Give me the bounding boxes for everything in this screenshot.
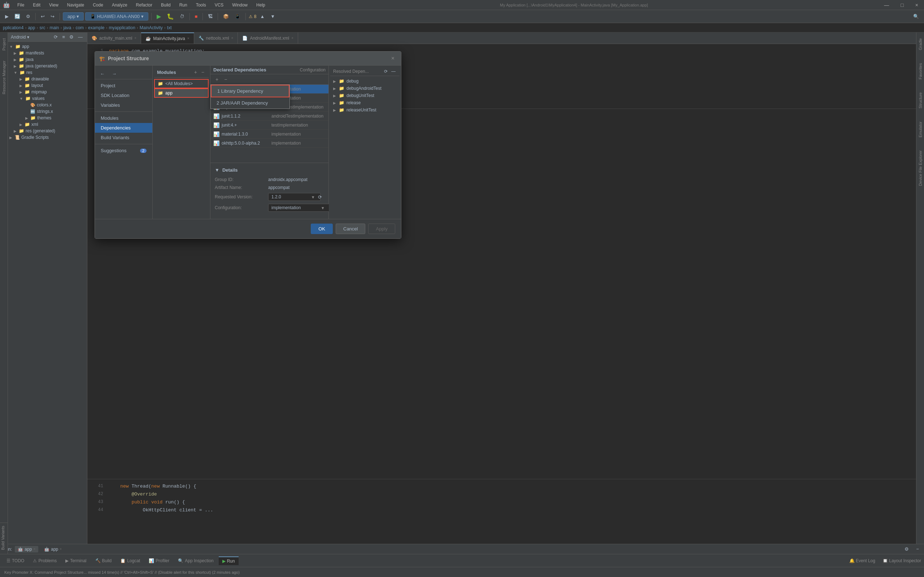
breadcrumb-txt[interactable]: txt xyxy=(167,25,172,30)
dialog-nav-build-variants[interactable]: Build Variants xyxy=(95,133,152,142)
dep-row-okhttp[interactable]: 📊 okhttp:5.0.0-alpha.2 implementation xyxy=(210,139,328,148)
dep-row-junit112[interactable]: 📊 junit:1.1.2 androidTestImplementation xyxy=(210,112,328,121)
layout-inspector-link[interactable]: 🔲 Layout Inspector xyxy=(882,558,921,563)
breadcrumb-mainactivity[interactable]: MainActivity xyxy=(140,25,163,30)
project-hide-btn[interactable]: — xyxy=(76,34,84,40)
menu-view[interactable]: View xyxy=(48,2,60,8)
menu-file[interactable]: File xyxy=(16,2,26,8)
build-variants-label[interactable]: Build Variants xyxy=(0,523,6,553)
dialog-cancel-button[interactable]: Cancel xyxy=(336,224,365,234)
bottom-tab-build[interactable]: 🔨 Build xyxy=(92,557,115,565)
close-button[interactable]: × xyxy=(913,2,921,9)
tab-mainactivity[interactable]: ☕ MainActivity.java × xyxy=(141,32,194,44)
run-button[interactable]: ▶ xyxy=(155,12,163,21)
resolved-item-debug[interactable]: ▶ 📁 debug xyxy=(330,77,399,85)
tab-manifest[interactable]: 📄 AndroidManifest.xml × xyxy=(238,32,298,44)
dep-row-material[interactable]: 📊 material:1.3.0 implementation xyxy=(210,130,328,139)
modules-remove-btn[interactable]: − xyxy=(200,69,206,76)
deps-remove-btn[interactable]: − xyxy=(222,76,229,83)
debug-button[interactable]: 🐛 xyxy=(165,12,176,21)
event-log-link[interactable]: 🔔 Event Log xyxy=(849,558,875,563)
toolbar-run-config-btn[interactable]: app ▾ xyxy=(63,12,84,21)
project-collapse-btn[interactable]: ≡ xyxy=(61,34,66,40)
tree-item-strings[interactable]: 🔤 strings.x xyxy=(8,108,87,115)
resolved-item-debug-unit-test[interactable]: ▶ 📁 debugUnitTest xyxy=(330,92,399,99)
bottom-tab-todo[interactable]: ☰ TODO xyxy=(3,557,28,565)
toolbar-build-btn[interactable]: ▶ xyxy=(3,13,11,20)
breadcrumb-src[interactable]: src xyxy=(39,25,45,30)
sidebar-device-explorer-label[interactable]: Device File Explorer xyxy=(918,148,923,189)
details-toggle[interactable]: ▼ Details xyxy=(215,167,324,173)
menu-navigate[interactable]: Navigate xyxy=(66,2,86,8)
sidebar-emulator-label[interactable]: Emulator xyxy=(918,119,923,140)
menu-code[interactable]: Code xyxy=(91,2,105,8)
tab-nettools-close[interactable]: × xyxy=(231,36,234,40)
menu-help[interactable]: Help xyxy=(255,2,267,8)
tree-item-app[interactable]: ▼ 📁 app xyxy=(8,43,87,50)
tab-activity-main-close[interactable]: × xyxy=(134,36,136,40)
dialog-nav-back[interactable]: ← xyxy=(98,70,107,77)
bottom-tab-profiler[interactable]: 📊 Profiler xyxy=(145,557,173,565)
tree-item-gradle-scripts[interactable]: ▶ 📜 Gradle Scripts xyxy=(8,134,87,141)
menu-edit[interactable]: Edit xyxy=(31,2,42,8)
tree-item-mipmap[interactable]: ▶ 📁 mipmap xyxy=(8,89,87,95)
dialog-nav-forward[interactable]: → xyxy=(110,70,119,77)
resolved-item-debug-android-test[interactable]: ▶ 📁 debugAndroidTest xyxy=(330,85,399,92)
run-app2-close[interactable]: × xyxy=(60,547,62,551)
toolbar-device-btn[interactable]: 📱 HUAWEI ANA-AN00 ▾ xyxy=(85,12,148,21)
sidebar-favorites-label[interactable]: Favorites xyxy=(918,60,923,82)
breadcrumb-example[interactable]: example xyxy=(88,25,104,30)
modules-add-btn[interactable]: + xyxy=(193,69,199,76)
run-app-tab-2[interactable]: 🤖 app × xyxy=(41,546,65,553)
menu-vcs[interactable]: VCS xyxy=(213,2,225,8)
tree-item-manifests[interactable]: ▶ 📁 manifests xyxy=(8,50,87,56)
detail-config-select[interactable]: implementation api testImplementation an… xyxy=(268,204,330,212)
add-jar-dep-option[interactable]: 2 JAR/AAR Dependency xyxy=(211,97,289,108)
sidebar-project-label[interactable]: Project xyxy=(1,35,7,53)
menu-build[interactable]: Build xyxy=(160,2,172,8)
dialog-ok-button[interactable]: OK xyxy=(311,224,333,234)
toolbar-settings-btn[interactable]: ⚙ xyxy=(24,13,32,20)
tab-mainactivity-close[interactable]: × xyxy=(187,36,189,40)
run-app1-close[interactable]: × xyxy=(33,547,36,551)
breadcrumb-app[interactable]: app xyxy=(28,25,35,30)
warning-nav-up[interactable]: ▲ xyxy=(258,13,267,20)
breadcrumb-myapplication[interactable]: myapplication xyxy=(109,25,135,30)
tree-item-themes[interactable]: ▶ 📁 themes xyxy=(8,115,87,121)
deps-add-btn[interactable]: + xyxy=(213,76,221,83)
tree-item-res-generated[interactable]: ▶ 📁 res (generated) xyxy=(8,128,87,134)
dialog-nav-dependencies[interactable]: Dependencies xyxy=(95,123,152,133)
tab-manifest-close[interactable]: × xyxy=(291,36,294,40)
toolbar-undo-btn[interactable]: ↩ xyxy=(39,13,47,20)
tree-item-colors[interactable]: 🎨 colors.x xyxy=(8,102,87,108)
tree-item-values[interactable]: ▼ 📁 values xyxy=(8,95,87,102)
bottom-tab-app-inspection[interactable]: 🔍 App Inspection xyxy=(174,557,217,565)
warning-nav-down[interactable]: ▼ xyxy=(268,13,277,20)
project-structure-button[interactable]: 🏗 xyxy=(206,13,215,20)
sidebar-resource-manager-label[interactable]: Resource Manager xyxy=(1,58,7,97)
profile-button[interactable]: ⏱ xyxy=(178,13,187,20)
dialog-nav-variables[interactable]: Variables xyxy=(95,100,152,110)
module-all-modules[interactable]: 📁 <All Modules> xyxy=(154,79,208,89)
toolbar-sync-btn[interactable]: 🔄 xyxy=(12,13,23,20)
dialog-nav-sdk[interactable]: SDK Location xyxy=(95,90,152,100)
stop-button[interactable]: ■ xyxy=(193,13,200,20)
tree-item-java[interactable]: ▶ 📁 java xyxy=(8,56,87,63)
run-bar-settings-btn[interactable]: ⚙ xyxy=(902,545,911,553)
resolved-deps-minimize-btn[interactable]: — xyxy=(390,69,397,74)
tree-item-res[interactable]: ▼ 📁 res xyxy=(8,69,87,76)
menu-window[interactable]: Window xyxy=(231,2,249,8)
bottom-tab-terminal[interactable]: ▶ Terminal xyxy=(62,557,90,565)
menu-analyze[interactable]: Analyze xyxy=(110,2,129,8)
tree-item-xml[interactable]: ▶ 📁 xml xyxy=(8,121,87,128)
dep-row-junit4[interactable]: 📊 junit:4.+ testImplementation xyxy=(210,121,328,130)
menu-refactor[interactable]: Refactor xyxy=(135,2,154,8)
detail-version-select[interactable]: 1.2.0 1.3.0 1.4.0 xyxy=(268,193,320,201)
resolved-item-release-unit-test[interactable]: ▶ 📁 releaseUnitTest xyxy=(330,106,399,114)
tab-nettools[interactable]: 🔧 nettools.xml × xyxy=(194,32,238,44)
sidebar-structure-label[interactable]: Structure xyxy=(918,89,923,111)
sdk-manager-button[interactable]: 📦 xyxy=(221,13,231,20)
tab-activity-main[interactable]: 🎨 activity_main.xml × xyxy=(87,32,141,44)
search-everywhere-btn[interactable]: 🔍 xyxy=(911,13,921,20)
breadcrumb-application4[interactable]: pplication4 xyxy=(3,25,23,30)
